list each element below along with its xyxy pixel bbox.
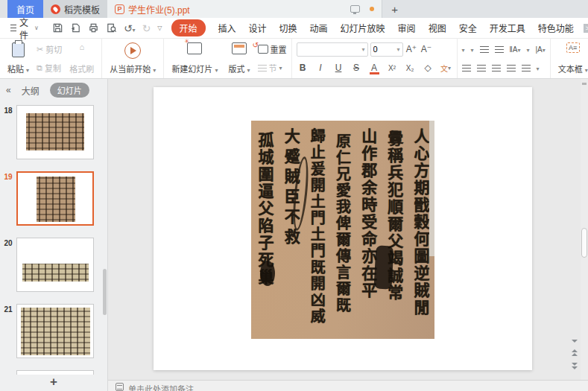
ink-smudge [260,261,275,286]
reset-button[interactable]: 重置 [258,43,287,55]
calligraphy-image[interactable]: 人心方期戩穀何圖逆賊閒 釁稱兵犯順爾父竭誠常 山作郡余時受命亦在平 原仁兄愛我俾… [251,121,434,339]
from-current-button[interactable]: 从当前开始 ▾ [107,42,159,75]
copy-icon: ⧉ [37,63,42,73]
slide-thumbnail-21[interactable]: 21 [0,304,107,358]
new-slide-button[interactable]: 新建幻灯片 ▾ [168,42,221,75]
subscript-button[interactable]: X₂ [404,62,417,74]
columns-button[interactable]: ▾ [537,63,540,72]
new-slide-icon [187,42,202,54]
file-menu-button[interactable]: 文件 ∨ [6,16,43,41]
print-preview-icon[interactable] [106,22,117,34]
previous-slide-button[interactable] [572,349,578,356]
ribbon-tab-slideshow[interactable]: 幻灯片放映 [341,22,385,34]
present-monitor-icon[interactable] [350,5,360,13]
undo-icon[interactable]: ↺▾ [124,22,136,34]
paste-button[interactable]: 粘贴 ▾ [4,42,32,75]
ink-smudge [373,245,393,289]
layout-button[interactable]: 版式 ▾ [225,42,253,75]
ribbon-tab-start[interactable]: 开始 [171,19,206,36]
ribbon-tab-insert[interactable]: 插入 [218,22,236,34]
slide-number: 19 [0,171,16,226]
new-tab-button[interactable]: + [382,0,407,18]
grow-font-button[interactable]: A⁺ [405,43,418,56]
slide-canvas[interactable]: 人心方期戩穀何圖逆賊閒 釁稱兵犯順爾父竭誠常 山作郡余時受命亦在平 原仁兄愛我俾… [154,87,532,370]
slide-canvas-region: 人心方期戩穀何圖逆賊閒 釁稱兵犯順爾父竭誠常 山作郡余時受命亦在平 原仁兄愛我俾… [108,79,588,380]
ribbon-tab-design[interactable]: 设计 [249,22,267,34]
outline-tab[interactable]: 大纲 [22,84,39,97]
vertical-scrollbar[interactable] [581,79,588,380]
underline-button[interactable]: U [332,62,345,74]
ribbon-tab-view[interactable]: 视图 [429,22,446,34]
strikethrough-button[interactable]: S [350,62,363,74]
font-color-button[interactable]: A [368,62,381,74]
ribbon-tab-security[interactable]: 安全 [459,22,477,34]
copy-button: ⧉复制 [37,62,62,74]
export-pdf-icon[interactable] [70,22,81,34]
font-size-combo[interactable]: ▾ [370,42,403,57]
slide-thumbnail-18[interactable]: 18 [0,105,107,159]
slides-tab[interactable]: 幻灯片 [50,83,89,98]
align-text-button[interactable]: |A▾ [535,45,545,54]
print-icon[interactable] [88,22,99,34]
notes-bar[interactable]: 单击此处添加备注 [108,380,588,391]
clear-format-button[interactable]: ◇ [422,62,434,74]
font-name-input[interactable] [300,45,362,54]
new-tab-plus: + [391,3,398,16]
calligraphy-thumb-image [21,308,90,355]
align-right-button[interactable] [492,64,501,71]
italic-button[interactable]: I [314,62,327,74]
align-left-button[interactable] [462,64,471,71]
ribbon-more-badge[interactable]: > [584,24,588,33]
collapse-notes-icon[interactable] [572,340,578,343]
ribbon-tab-devtools[interactable]: 开发工具 [490,22,525,34]
calligraphy-column: 山作郡余時受命亦在平 [361,128,376,333]
decrease-indent-button[interactable] [480,45,489,53]
align-center-button[interactable] [477,64,486,71]
customize-quickbar-icon[interactable]: ▽ [157,25,162,31]
slide-thumbnail-19-selected[interactable]: 19 [0,171,107,226]
undo-dropdown-arrow[interactable]: ▾ [133,27,136,34]
ribbon-tab-review[interactable]: 审阅 [398,22,416,34]
ribbon-tab-transition[interactable]: 切换 [279,22,297,34]
tab-document[interactable]: P 学生作业(5).ppt [107,0,382,18]
next-slide-button[interactable] [572,363,578,369]
slide-thumbnail-20[interactable]: 20 [0,238,107,292]
phonetic-guide-button[interactable]: 文▾ [440,62,452,74]
shrink-font-button[interactable]: A⁻ [420,43,433,56]
add-slide-button[interactable]: + [50,375,57,390]
bold-button[interactable]: B [297,62,309,74]
format-painter-button: ⌂ 格式刷 [66,42,97,75]
calligraphy-column: 人心方期戩穀何圖逆賊閒 [413,128,429,333]
slides-group: 新建幻灯片 ▾ 版式 ▾ 重置 节▾ [164,39,291,78]
tab-home-label: 首页 [16,3,34,16]
calligraphy-column: 孤城圍逼父陷子死巢 [257,132,273,333]
line-spacing-button[interactable]: ▾ [526,45,529,54]
font-name-combo[interactable]: ▾ [297,42,368,57]
ribbon-tab-features[interactable]: 特色功能 [538,22,574,34]
textbox-button[interactable]: A≡ 文本框 ▾ [555,42,588,75]
superscript-button[interactable]: X² [386,62,399,74]
redo-icon: ↻ [142,22,151,34]
slide-nav-buttons [572,340,578,369]
numbering-button[interactable]: ▾ [471,45,474,54]
save-icon[interactable] [52,22,63,34]
text-direction-button[interactable]: ‖A▾ [510,45,521,54]
distribute-button[interactable] [522,64,531,71]
slideshow-group: 从当前开始 ▾ [102,39,164,78]
hamburger-icon [10,25,16,31]
font-size-input[interactable] [373,45,397,54]
bullets-button[interactable]: ▾ [462,45,465,54]
tab-docer-templates[interactable]: 稻壳模板 [43,0,107,18]
paragraph-group: ▾ ▾ ‖A▾ ▾ |A▾ ▾ [458,39,551,78]
increase-indent-button[interactable] [495,45,504,53]
collapse-panel-button[interactable]: « [6,85,11,95]
font-group: ▾ ▾ A⁺ A⁻ B I U S A X² X₂ ◇ 文▾ [292,39,458,78]
calligraphy-thumb-image [26,113,84,150]
docer-flame-icon [51,4,60,14]
justify-button[interactable] [507,64,516,71]
sidebar-scrollbar-thumb[interactable] [103,269,107,315]
ribbon-tab-animation[interactable]: 动画 [310,22,328,34]
scrollbar-thumb[interactable] [581,228,587,258]
calligraphy-column: 原仁兄愛我俾爾傳言爾既 [335,133,350,333]
content-area: « 大纲 幻灯片 18 19 20 21 + [0,79,588,391]
